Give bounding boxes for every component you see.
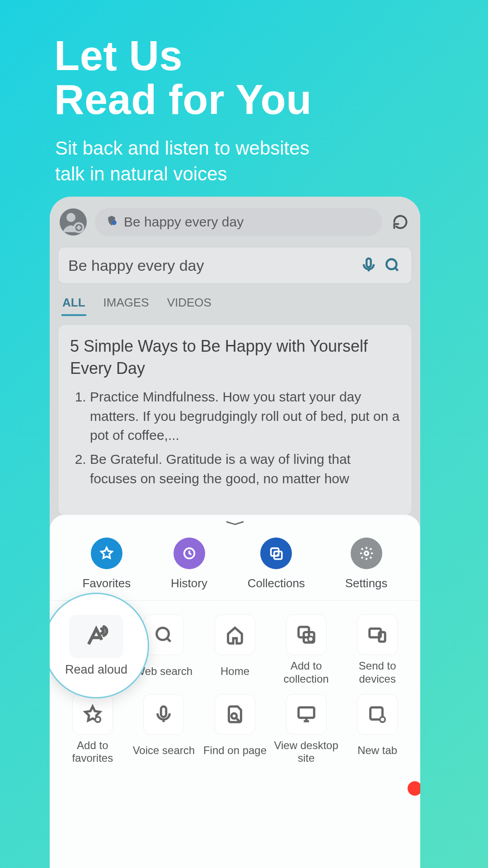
grid-label: Send to devices [344,660,410,686]
results-tabs: ALL IMAGES VIDEOS [50,284,420,315]
grid-home[interactable]: Home [202,614,268,686]
new-tab-icon [357,694,398,735]
grid-find-page[interactable]: Find on page [202,694,268,765]
grid-label: Voice search [133,739,195,763]
grid-add-favorites[interactable]: Add to favorites [60,694,126,765]
read-aloud-label: Read aloud [65,663,127,677]
grid-label: Add to favorites [60,739,126,765]
svg-point-17 [231,713,237,719]
search-icon [143,614,184,655]
address-bar-text: Be happy every day [124,214,244,230]
desktop-icon [286,694,327,735]
voice-input-icon[interactable] [360,256,378,274]
search-result-card[interactable]: 5 Simple Ways to Be Happy with Yourself … [58,324,412,516]
drawer-quick-row: Favorites History Collections [50,525,420,601]
tab-all[interactable]: ALL [62,296,85,310]
grid-label: Add to collection [273,660,339,686]
search-value: Be happy every day [68,257,204,274]
search-icon[interactable] [384,256,402,274]
devices-icon [357,614,398,655]
drawer-label: Collections [248,576,305,590]
read-aloud-icon [69,615,123,658]
browser-topbar: Be happy every day [50,197,420,244]
history-icon [174,538,205,569]
grid-add-collection[interactable]: Add to collection [273,614,339,686]
browser-area: Be happy every day Be happy every day AL… [50,197,420,549]
svg-point-4 [386,259,396,269]
grid-label: New tab [357,739,397,763]
drawer-favorites[interactable]: Favorites [82,538,131,590]
svg-rect-18 [298,707,314,717]
result-list: Practice Mindfulness. How you start your… [70,387,400,488]
grid-send-devices[interactable]: Send to devices [344,614,410,686]
collections-icon [260,538,292,569]
svg-point-8 [364,552,368,556]
drawer-label: History [171,576,207,590]
promo-title: Let Us Read for You [54,34,312,121]
promo-subtitle-line2: talk in natural voices [55,161,310,187]
result-title: 5 Simple Ways to Be Happy with Yourself … [70,335,400,379]
profile-avatar[interactable] [60,208,87,236]
drawer-settings[interactable]: Settings [345,538,388,590]
grid-desktop-site[interactable]: View desktop site [273,694,339,765]
gear-icon [351,538,382,569]
svg-point-2 [112,220,117,225]
search-box[interactable]: Be happy every day [58,247,412,284]
result-list-item: Practice Mindfulness. How you start your… [90,387,400,445]
tab-images[interactable]: IMAGES [103,296,149,310]
svg-point-9 [157,628,169,640]
drawer-label: Settings [345,576,388,590]
drawer-collections[interactable]: Collections [248,538,305,590]
home-icon [215,614,255,655]
site-shield-icon [106,214,117,231]
drawer-handle[interactable] [225,519,245,525]
address-bar[interactable]: Be happy every day [95,208,382,236]
promo-title-line1: Let Us [54,34,312,78]
tab-videos[interactable]: VIDEOS [167,296,211,310]
grid-new-tab[interactable]: New tab [344,694,410,765]
phone-frame: Be happy every day Be happy every day AL… [50,197,420,868]
grid-label: Find on page [203,739,267,763]
result-list-item: Be Grateful. Gratitude is a way of livin… [90,450,400,488]
svg-rect-16 [161,706,167,717]
grid-label: Home [221,660,249,683]
find-page-icon [215,694,255,735]
bottom-drawer: Favorites History Collections [50,514,420,868]
drawer-history[interactable]: History [171,538,207,590]
promo-subtitle: Sit back and listen to websites talk in … [55,136,310,187]
drawer-label: Favorites [82,576,131,590]
refresh-button[interactable] [390,212,410,232]
promo-background: Let Us Read for You Sit back and listen … [0,0,488,868]
notification-dot [408,781,420,796]
grid-voice-search[interactable]: Voice search [131,694,197,765]
star-icon [91,538,122,569]
grid-label: View desktop site [273,739,339,765]
microphone-icon [143,694,184,735]
svg-point-0 [66,213,75,222]
promo-subtitle-line1: Sit back and listen to websites [55,136,310,161]
star-add-icon [72,694,113,735]
svg-rect-3 [366,259,371,267]
svg-rect-14 [379,632,385,642]
promo-title-line2: Read for You [54,78,312,122]
add-collection-icon [286,614,327,655]
